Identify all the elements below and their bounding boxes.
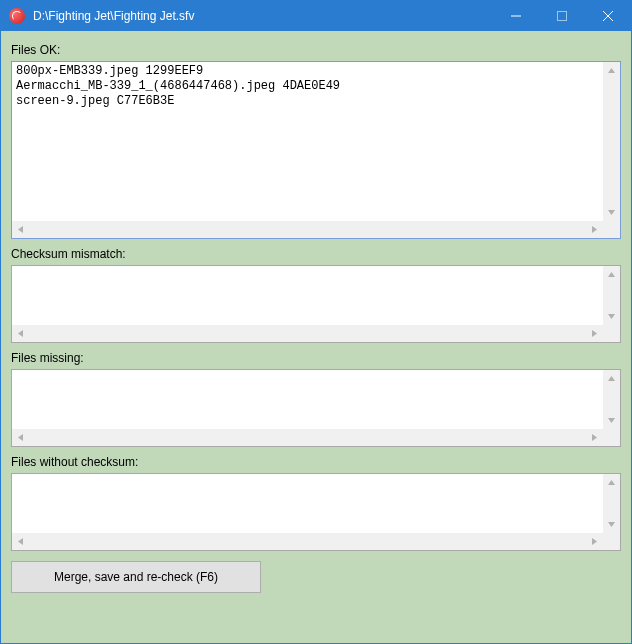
- mismatch-label: Checksum mismatch:: [11, 247, 621, 261]
- scroll-right-icon[interactable]: [586, 325, 603, 342]
- scroll-down-icon[interactable]: [603, 204, 620, 221]
- window-title: D:\Fighting Jet\Fighting Jet.sfv: [33, 9, 493, 23]
- nochecksum-pane[interactable]: [11, 473, 621, 551]
- scroll-up-icon[interactable]: [603, 370, 620, 387]
- hscrollbar[interactable]: [12, 325, 603, 342]
- svg-rect-0: [558, 12, 567, 21]
- scroll-down-icon[interactable]: [603, 308, 620, 325]
- scroll-right-icon[interactable]: [586, 533, 603, 550]
- scroll-left-icon[interactable]: [12, 221, 29, 238]
- scroll-corner: [603, 429, 620, 446]
- vscrollbar[interactable]: [603, 474, 620, 533]
- minimize-button[interactable]: [493, 1, 539, 31]
- scroll-left-icon[interactable]: [12, 429, 29, 446]
- client-area: Files OK: 800px-EMB339.jpeg 1299EEF9 Aer…: [1, 31, 631, 643]
- maximize-button[interactable]: [539, 1, 585, 31]
- vscrollbar[interactable]: [603, 62, 620, 221]
- files-ok-label: Files OK:: [11, 43, 621, 57]
- missing-label: Files missing:: [11, 351, 621, 365]
- scroll-down-icon[interactable]: [603, 516, 620, 533]
- scroll-left-icon[interactable]: [12, 533, 29, 550]
- titlebar[interactable]: D:\Fighting Jet\Fighting Jet.sfv: [1, 1, 631, 31]
- scroll-corner: [603, 325, 620, 342]
- scroll-up-icon[interactable]: [603, 474, 620, 491]
- app-window: D:\Fighting Jet\Fighting Jet.sfv Files O…: [0, 0, 632, 644]
- button-row: Merge, save and re-check (F6): [11, 561, 621, 593]
- nochecksum-label: Files without checksum:: [11, 455, 621, 469]
- missing-pane[interactable]: [11, 369, 621, 447]
- files-ok-text[interactable]: 800px-EMB339.jpeg 1299EEF9 Aermacchi_MB-…: [12, 62, 620, 238]
- mismatch-pane[interactable]: [11, 265, 621, 343]
- hscrollbar[interactable]: [12, 429, 603, 446]
- scroll-corner: [603, 221, 620, 238]
- scroll-right-icon[interactable]: [586, 221, 603, 238]
- scroll-up-icon[interactable]: [603, 266, 620, 283]
- hscrollbar[interactable]: [12, 221, 603, 238]
- scroll-down-icon[interactable]: [603, 412, 620, 429]
- window-controls: [493, 1, 631, 31]
- hscrollbar[interactable]: [12, 533, 603, 550]
- files-ok-pane[interactable]: 800px-EMB339.jpeg 1299EEF9 Aermacchi_MB-…: [11, 61, 621, 239]
- scroll-corner: [603, 533, 620, 550]
- scroll-left-icon[interactable]: [12, 325, 29, 342]
- scroll-up-icon[interactable]: [603, 62, 620, 79]
- vscrollbar[interactable]: [603, 266, 620, 325]
- close-button[interactable]: [585, 1, 631, 31]
- merge-button[interactable]: Merge, save and re-check (F6): [11, 561, 261, 593]
- scroll-right-icon[interactable]: [586, 429, 603, 446]
- vscrollbar[interactable]: [603, 370, 620, 429]
- app-icon: [9, 8, 25, 24]
